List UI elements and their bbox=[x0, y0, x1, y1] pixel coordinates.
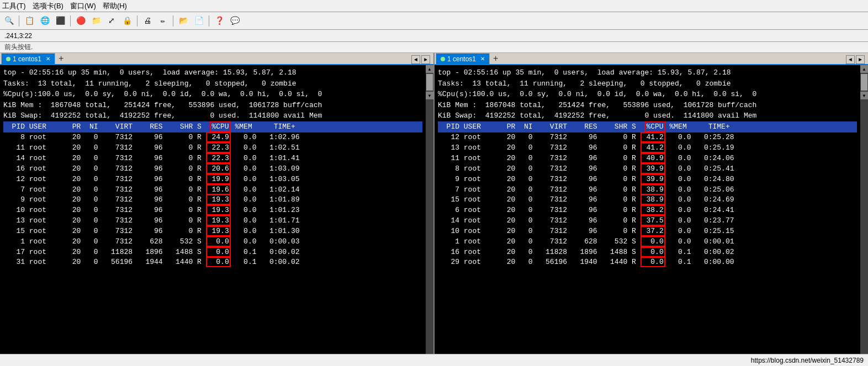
table-row: 15 root 20 0 7312 96 0 R 19.3 0.0 1:01.3… bbox=[3, 226, 422, 237]
tab-left-label: 1 centos1 bbox=[13, 55, 41, 63]
terminal-right-body[interactable]: top - 02:55:16 up 35 min, 0 users, load … bbox=[435, 65, 860, 354]
cpu-value-highlight: 0.0 bbox=[641, 236, 665, 247]
terminal-header-line: Tasks: 13 total, 11 running, 2 sleeping,… bbox=[438, 78, 857, 89]
tab-right-centos1[interactable]: 1 centos1 ✕ bbox=[436, 53, 490, 64]
scroll-thumb-left[interactable] bbox=[426, 74, 433, 91]
terminal-left: 1 centos1 ✕ + ◄ ► top - 02:55:16 up 35 m… bbox=[0, 53, 433, 354]
terminal-header-line: KiB Swap: 4192252 total, 4192252 free, 0… bbox=[438, 110, 857, 121]
table-row: 15 root 20 0 7312 96 0 R 38.9 0.0 0:24.6… bbox=[438, 195, 857, 205]
cpu-value-highlight: 39.9 bbox=[641, 163, 665, 174]
toolbar-msg-btn[interactable]: 💬 bbox=[228, 14, 241, 28]
cpu-value-highlight: 0.0 bbox=[206, 236, 231, 247]
toolbar: 🔍 📋 🌐 ⬛ 🔴 📁 ⤢ 🔒 🖨 ✏ 📂 📄 ❓ 💬 bbox=[0, 12, 868, 30]
tab-right-close[interactable]: ✕ bbox=[480, 56, 485, 62]
tab-right-add[interactable]: + bbox=[491, 53, 500, 64]
toolbar-btn-8[interactable]: 🖨 bbox=[141, 14, 154, 28]
tab-nav-right-prev[interactable]: ◄ bbox=[846, 55, 855, 64]
terminal-header-line: KiB Mem : 1867048 total, 251424 free, 55… bbox=[438, 100, 857, 111]
cpu-value-highlight: 19.3 bbox=[206, 226, 231, 236]
tab-bar-left: 1 centos1 ✕ + ◄ ► bbox=[0, 53, 433, 65]
table-row: 10 root 20 0 7312 96 0 R 37.2 0.0 0:25.1… bbox=[438, 226, 857, 237]
scrollbar-left[interactable]: ▲ ▼ bbox=[426, 65, 433, 354]
table-row: 12 root 20 0 7312 96 0 R 41.2 0.0 0:25.2… bbox=[438, 132, 857, 143]
cpu-value-highlight: 41.2 bbox=[641, 132, 665, 142]
menu-tabs[interactable]: 选项卡(B) bbox=[33, 1, 63, 11]
toolbar-btn-2[interactable]: 🌐 bbox=[38, 14, 51, 28]
cpu-value-highlight: 41.2 bbox=[641, 142, 665, 153]
toolbar-btn-4[interactable]: 🔴 bbox=[74, 14, 87, 28]
table-row: 16 root 20 0 11828 1896 1488 S 0.0 0.1 0… bbox=[438, 247, 857, 258]
cpu-value-highlight: 38.9 bbox=[641, 194, 665, 205]
scroll-up-left[interactable]: ▲ bbox=[426, 65, 433, 73]
cpu-value-highlight: 19.3 bbox=[206, 194, 231, 205]
table-row: 1 root 20 0 7312 628 532 S 0.0 0.0 0:00.… bbox=[438, 237, 857, 247]
terminal-header-line: Tasks: 13 total, 11 running, 2 sleeping,… bbox=[3, 78, 422, 89]
toolbar-sep-4 bbox=[173, 15, 173, 26]
toolbar-btn-5[interactable]: 📁 bbox=[89, 14, 103, 28]
terminal-header-line: top - 02:55:16 up 35 min, 0 users, load … bbox=[3, 67, 422, 78]
toolbar-new-btn[interactable]: 🔍 bbox=[2, 14, 15, 28]
terminal-left-body[interactable]: top - 02:55:16 up 35 min, 0 users, load … bbox=[0, 65, 426, 354]
tab-left-centos1[interactable]: 1 centos1 ✕ bbox=[1, 53, 55, 64]
cpu-value-highlight: 38.9 bbox=[641, 184, 665, 195]
table-row: 13 root 20 0 7312 96 0 R 19.3 0.0 1:01.7… bbox=[3, 216, 422, 226]
table-row: 31 root 20 0 56196 1944 1440 R 0.0 0.1 0… bbox=[3, 257, 422, 268]
toolbar-btn-11[interactable]: 📄 bbox=[192, 14, 205, 28]
table-row: 8 root 20 0 7312 96 0 R 39.9 0.0 0:25.41 bbox=[438, 164, 857, 174]
cpu-header-highlight: %CPU bbox=[210, 121, 230, 132]
terminal-header-line: %Cpu(s):100.0 us, 0.0 sy, 0.0 ni, 0.0 id… bbox=[438, 89, 857, 100]
tab-nav-left-next[interactable]: ► bbox=[421, 55, 430, 64]
table-row: 9 root 20 0 7312 96 0 R 39.9 0.0 0:24.80 bbox=[438, 174, 857, 185]
scroll-up-right[interactable]: ▲ bbox=[860, 65, 868, 73]
cpu-value-highlight: 40.9 bbox=[641, 153, 665, 163]
menu-bar: 工具(T) 选项卡(B) 窗口(W) 帮助(H) bbox=[0, 0, 868, 12]
menu-window[interactable]: 窗口(W) bbox=[70, 1, 96, 11]
menu-help[interactable]: 帮助(H) bbox=[103, 1, 127, 11]
terminal-header-line: KiB Mem : 1867048 total, 251424 free, 55… bbox=[3, 100, 422, 111]
toolbar-btn-6[interactable]: ⤢ bbox=[105, 14, 118, 28]
toolbar-sep-1 bbox=[19, 15, 19, 26]
tab-left-close[interactable]: ✕ bbox=[46, 56, 50, 62]
tab-nav-left-prev[interactable]: ◄ bbox=[411, 55, 420, 64]
table-row: 6 root 20 0 7312 96 0 R 38.2 0.0 0:24.41 bbox=[438, 205, 857, 216]
scroll-thumb-right[interactable] bbox=[861, 74, 867, 91]
toolbar-btn-1[interactable]: 📋 bbox=[23, 14, 36, 28]
cpu-value-highlight: 0.0 bbox=[206, 257, 231, 267]
table-row: 7 root 20 0 7312 96 0 R 38.9 0.0 0:25.06 bbox=[438, 185, 857, 195]
cpu-value-highlight: 38.2 bbox=[641, 205, 665, 215]
tab-dot-right bbox=[441, 57, 445, 61]
tab-bar-right: 1 centos1 ✕ + ◄ ► bbox=[435, 53, 868, 65]
scroll-down-left[interactable]: ▼ bbox=[426, 92, 433, 99]
cpu-value-highlight: 0.0 bbox=[641, 247, 665, 257]
table-row: 9 root 20 0 7312 96 0 R 19.3 0.0 1:01.89 bbox=[3, 195, 422, 205]
toolbar-sep-2 bbox=[70, 15, 71, 26]
tab-nav-right-next[interactable]: ► bbox=[856, 55, 865, 64]
toolbar-help-btn[interactable]: ❓ bbox=[213, 14, 226, 28]
table-row: 8 root 20 0 7312 96 0 R 24.9 0.0 1:02.96 bbox=[3, 132, 422, 143]
toolbar-sep-5 bbox=[209, 15, 209, 26]
status-bar: https://blog.csdn.net/weixin_51432789 bbox=[0, 354, 868, 366]
cpu-value-highlight: 37.5 bbox=[641, 215, 665, 226]
status-url: https://blog.csdn.net/weixin_51432789 bbox=[751, 357, 864, 364]
toolbar-btn-10[interactable]: 📂 bbox=[177, 14, 190, 28]
terminal-right: 1 centos1 ✕ + ◄ ► top - 02:55:16 up 35 m… bbox=[435, 53, 868, 354]
cpu-value-highlight: 22.3 bbox=[206, 153, 231, 163]
menu-tools[interactable]: 工具(T) bbox=[2, 1, 26, 11]
scroll-down-right[interactable]: ▼ bbox=[860, 92, 868, 99]
table-header: PID USER PR NI VIRT RES SHR S %CPU %MEM … bbox=[438, 121, 857, 133]
terminal-header-line: KiB Swap: 4192252 total, 4192252 free, 0… bbox=[3, 110, 422, 121]
table-row: 12 root 20 0 7312 96 0 R 19.9 0.0 1:03.0… bbox=[3, 174, 422, 185]
tab-left-add[interactable]: + bbox=[56, 53, 66, 64]
scrollbar-right[interactable]: ▲ ▼ bbox=[860, 65, 868, 354]
tab-nav-left: ◄ ► bbox=[411, 55, 432, 64]
toolbar-btn-7[interactable]: 🔒 bbox=[120, 14, 134, 28]
toolbar-btn-3[interactable]: ⬛ bbox=[54, 14, 67, 28]
toolbar-btn-9[interactable]: ✏ bbox=[156, 14, 170, 28]
cpu-value-highlight: 24.9 bbox=[206, 132, 231, 142]
table-row: 29 root 20 0 56196 1940 1440 R 0.0 0.1 0… bbox=[438, 257, 857, 268]
cpu-value-highlight: 0.0 bbox=[206, 247, 231, 257]
table-row: 7 root 20 0 7312 96 0 R 19.6 0.0 1:02.14 bbox=[3, 185, 422, 195]
table-row: 1 root 20 0 7312 628 532 S 0.0 0.0 0:00.… bbox=[3, 237, 422, 247]
hint-text: 前头按钮. bbox=[4, 43, 33, 52]
table-row: 17 root 20 0 11828 1896 1488 S 0.0 0.1 0… bbox=[3, 247, 422, 258]
